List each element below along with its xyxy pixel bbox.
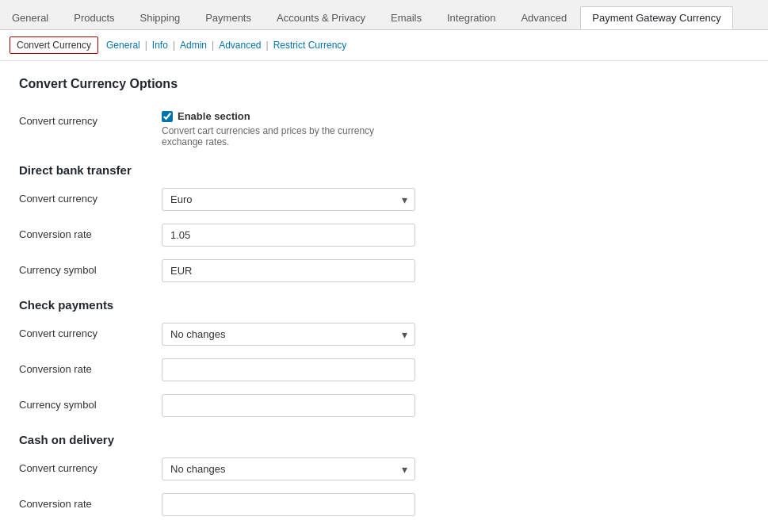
bank-transfer-currency-symbol-control	[162, 259, 415, 282]
content-area: Convert Currency Options Convert currenc…	[0, 61, 768, 532]
tabs-bar: General Products Shipping Payments Accou…	[0, 0, 768, 30]
tab-products[interactable]: Products	[62, 6, 126, 29]
check-payments-conversion-rate-input[interactable]	[162, 358, 415, 381]
check-payments-conversion-rate-label: Conversion rate	[19, 358, 162, 375]
check-payments-conversion-rate-control	[162, 358, 415, 381]
bank-transfer-convert-currency-label: Convert currency	[19, 188, 162, 205]
tab-accounts-privacy[interactable]: Accounts & Privacy	[265, 6, 377, 29]
check-payments-convert-currency-select[interactable]: No changes Euro US Dollar British Pound	[162, 323, 415, 346]
bank-transfer-conversion-rate-label: Conversion rate	[19, 224, 162, 240]
cash-on-delivery-convert-currency-row: Convert currency No changes Euro US Doll…	[19, 457, 749, 480]
bank-transfer-convert-currency-select[interactable]: Euro No changes US Dollar British Pound	[162, 188, 415, 211]
convert-currency-label: Convert currency	[19, 110, 162, 127]
tab-payments[interactable]: Payments	[193, 6, 263, 29]
cash-on-delivery-title: Cash on delivery	[19, 433, 749, 446]
enable-section-description: Convert cart currencies and prices by th…	[162, 125, 415, 147]
check-payments-convert-currency-select-wrapper: No changes Euro US Dollar British Pound	[162, 323, 415, 346]
check-payments-currency-symbol-control	[162, 394, 415, 417]
subnav-link-advanced[interactable]: Advanced	[216, 40, 264, 51]
tab-advanced[interactable]: Advanced	[509, 6, 579, 29]
tab-general[interactable]: General	[0, 6, 60, 29]
subnav-sep-3: |	[212, 40, 214, 51]
check-payments-currency-symbol-input[interactable]	[162, 394, 415, 417]
page-title: Convert Currency Options	[19, 77, 749, 98]
convert-currency-row: Convert currency Enable section Convert …	[19, 110, 749, 147]
check-payments-convert-currency-label: Convert currency	[19, 323, 162, 339]
subnav-link-info[interactable]: Info	[149, 40, 171, 51]
check-payments-conversion-rate-row: Conversion rate	[19, 358, 749, 381]
enable-section-checkbox[interactable]	[162, 111, 173, 122]
bank-transfer-currency-symbol-label: Currency symbol	[19, 259, 162, 276]
cash-on-delivery-conversion-rate-input[interactable]	[162, 493, 415, 516]
subnav-sep-2: |	[173, 40, 175, 51]
bank-transfer-conversion-rate-input[interactable]	[162, 224, 415, 247]
bank-transfer-title: Direct bank transfer	[19, 163, 749, 177]
subnav-link-general[interactable]: General	[103, 40, 143, 51]
bank-transfer-convert-currency-row: Convert currency Euro No changes US Doll…	[19, 188, 749, 211]
bank-transfer-conversion-rate-row: Conversion rate	[19, 224, 749, 247]
check-payments-title: Check payments	[19, 298, 749, 312]
cash-on-delivery-convert-currency-select[interactable]: No changes Euro US Dollar British Pound	[162, 457, 415, 480]
tab-integration[interactable]: Integration	[435, 6, 507, 29]
enable-section-label: Enable section	[178, 110, 250, 122]
enable-section-checkbox-row: Enable section	[162, 110, 415, 122]
cash-on-delivery-conversion-rate-row: Conversion rate	[19, 493, 749, 516]
bank-transfer-currency-symbol-input[interactable]	[162, 259, 415, 282]
cash-on-delivery-conversion-rate-control	[162, 493, 415, 516]
bank-transfer-convert-currency-select-wrapper: Euro No changes US Dollar British Pound	[162, 188, 415, 211]
check-payments-convert-currency-row: Convert currency No changes Euro US Doll…	[19, 323, 749, 346]
subnav-sep-1: |	[145, 40, 147, 51]
cash-on-delivery-convert-currency-select-wrapper: No changes Euro US Dollar British Pound	[162, 457, 415, 480]
bank-transfer-conversion-rate-control	[162, 224, 415, 247]
tab-emails[interactable]: Emails	[379, 6, 434, 29]
subnav-sep-4: |	[266, 40, 269, 51]
tab-shipping[interactable]: Shipping	[128, 6, 193, 29]
convert-currency-control: Enable section Convert cart currencies a…	[162, 110, 415, 147]
cash-on-delivery-conversion-rate-label: Conversion rate	[19, 493, 162, 510]
cash-on-delivery-convert-currency-label: Convert currency	[19, 457, 162, 474]
subnav-link-admin[interactable]: Admin	[177, 40, 210, 51]
tab-payment-gateway-currency[interactable]: Payment Gateway Currency	[580, 6, 733, 29]
sub-nav: Convert Currency General | Info | Admin …	[0, 30, 768, 61]
check-payments-currency-symbol-row: Currency symbol	[19, 394, 749, 417]
bank-transfer-currency-symbol-row: Currency symbol	[19, 259, 749, 282]
subnav-active-convert-currency[interactable]: Convert Currency	[10, 36, 98, 54]
subnav-link-restrict-currency[interactable]: Restrict Currency	[270, 40, 350, 51]
check-payments-currency-symbol-label: Currency symbol	[19, 394, 162, 411]
